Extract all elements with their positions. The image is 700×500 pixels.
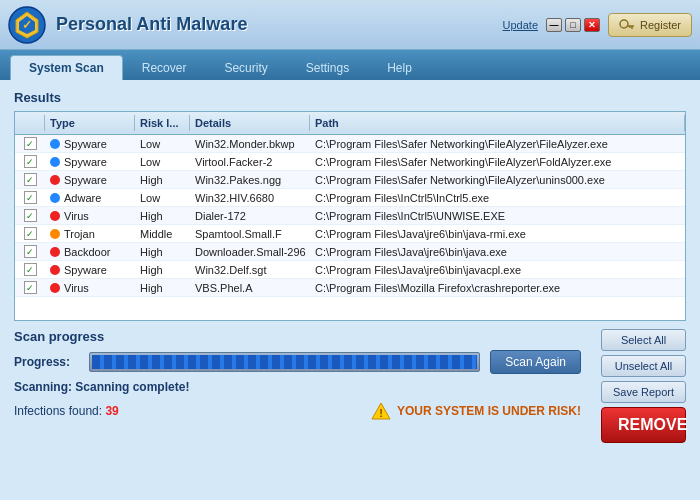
risk-dot-5 <box>50 229 60 239</box>
tab-security[interactable]: Security <box>205 55 286 80</box>
row-risk-4: High <box>135 207 190 224</box>
remove-button[interactable]: REMOVE <box>601 407 686 443</box>
checkbox-2[interactable]: ✓ <box>24 173 37 186</box>
close-button[interactable]: ✕ <box>584 18 600 32</box>
checkbox-0[interactable]: ✓ <box>24 137 37 150</box>
row-check-4[interactable]: ✓ <box>15 207 45 224</box>
row-details-2: Win32.Pakes.ngg <box>190 171 310 188</box>
row-details-0: Win32.Monder.bkwp <box>190 135 310 152</box>
nav-tabs: System Scan Recover Security Settings He… <box>0 50 700 80</box>
checkbox-5[interactable]: ✓ <box>24 227 37 240</box>
results-title: Results <box>14 90 686 105</box>
row-risk-3: Low <box>135 189 190 206</box>
risk-dot-7 <box>50 265 60 275</box>
col-risk: Risk l... <box>135 115 190 131</box>
checkbox-6[interactable]: ✓ <box>24 245 37 258</box>
row-type-7: Spyware <box>45 261 135 278</box>
table-row: ✓ Trojan Middle Spamtool.Small.F C:\Prog… <box>15 225 685 243</box>
scanning-status: Scanning complete! <box>75 380 189 394</box>
svg-text:!: ! <box>379 407 383 419</box>
row-type-1: Spyware <box>45 153 135 170</box>
row-type-4: Virus <box>45 207 135 224</box>
svg-text:✓: ✓ <box>22 18 32 32</box>
row-risk-6: High <box>135 243 190 260</box>
register-button[interactable]: Register <box>608 13 692 37</box>
col-check <box>15 115 45 131</box>
row-type-8: Virus <box>45 279 135 296</box>
scan-progress-title: Scan progress <box>14 329 581 344</box>
checkbox-1[interactable]: ✓ <box>24 155 37 168</box>
risk-message: YOUR SYSTEM IS UNDER RISK! <box>397 404 581 418</box>
save-report-button[interactable]: Save Report <box>601 381 686 403</box>
tab-help[interactable]: Help <box>368 55 431 80</box>
row-path-7: C:\Program Files\Java\jre6\bin\javacpl.e… <box>310 261 685 278</box>
table-row: ✓ Virus High Dialer-172 C:\Program Files… <box>15 207 685 225</box>
bottom-row: Infections found: 39 ! YOUR SYSTEM IS UN… <box>14 402 581 420</box>
scanning-label: Scanning: <box>14 380 72 394</box>
table-body: ✓ Spyware Low Win32.Monder.bkwp C:\Progr… <box>15 135 685 319</box>
table-row: ✓ Spyware Low Virtool.Facker-2 C:\Progra… <box>15 153 685 171</box>
risk-dot-6 <box>50 247 60 257</box>
app-logo: ✓ <box>8 6 46 44</box>
scanning-text: Scanning: Scanning complete! <box>14 380 581 394</box>
risk-dot-8 <box>50 283 60 293</box>
minimize-button[interactable]: — <box>546 18 562 32</box>
scan-again-button[interactable]: Scan Again <box>490 350 581 374</box>
row-risk-2: High <box>135 171 190 188</box>
select-all-button[interactable]: Select All <box>601 329 686 351</box>
row-details-4: Dialer-172 <box>190 207 310 224</box>
row-path-5: C:\Program Files\Java\jre6\bin\java-rmi.… <box>310 225 685 242</box>
risk-dot-3 <box>50 193 60 203</box>
row-path-4: C:\Program Files\InCtrl5\UNWISE.EXE <box>310 207 685 224</box>
infections-info: Infections found: 39 <box>14 404 119 418</box>
scan-progress-section: Scan progress Progress: Scan Again Scann… <box>14 329 581 394</box>
register-label: Register <box>640 19 681 31</box>
row-check-0[interactable]: ✓ <box>15 135 45 152</box>
tab-recover[interactable]: Recover <box>123 55 206 80</box>
row-check-8[interactable]: ✓ <box>15 279 45 296</box>
progress-label: Progress: <box>14 355 79 369</box>
checkbox-3[interactable]: ✓ <box>24 191 37 204</box>
key-icon <box>619 18 635 32</box>
risk-warning: ! YOUR SYSTEM IS UNDER RISK! <box>371 402 581 420</box>
tab-settings[interactable]: Settings <box>287 55 368 80</box>
lower-section: Scan progress Progress: Scan Again Scann… <box>14 321 686 443</box>
warning-icon: ! <box>371 402 391 420</box>
row-check-3[interactable]: ✓ <box>15 189 45 206</box>
checkbox-4[interactable]: ✓ <box>24 209 37 222</box>
row-check-7[interactable]: ✓ <box>15 261 45 278</box>
title-bar-right: Update — □ ✕ Register <box>503 13 692 37</box>
title-bar-left: ✓ Personal Anti Malware <box>8 6 247 44</box>
row-check-1[interactable]: ✓ <box>15 153 45 170</box>
update-link[interactable]: Update <box>503 19 538 31</box>
infections-label: Infections found: <box>14 404 102 418</box>
maximize-button[interactable]: □ <box>565 18 581 32</box>
svg-point-4 <box>620 20 628 28</box>
row-details-5: Spamtool.Small.F <box>190 225 310 242</box>
progress-bar-container: Progress: Scan Again <box>14 350 581 374</box>
table-row: ✓ Adware Low Win32.HIV.6680 C:\Program F… <box>15 189 685 207</box>
infections-count: 39 <box>105 404 118 418</box>
unselect-all-button[interactable]: Unselect All <box>601 355 686 377</box>
row-check-5[interactable]: ✓ <box>15 225 45 242</box>
table-header: Type Risk l... Details Path <box>15 112 685 135</box>
main-content: Results Type Risk l... Details Path ✓ Sp… <box>0 80 700 500</box>
table-row: ✓ Spyware Low Win32.Monder.bkwp C:\Progr… <box>15 135 685 153</box>
row-path-1: C:\Program Files\Safer Networking\FileAl… <box>310 153 685 170</box>
row-path-2: C:\Program Files\Safer Networking\FileAl… <box>310 171 685 188</box>
checkbox-8[interactable]: ✓ <box>24 281 37 294</box>
row-risk-5: Middle <box>135 225 190 242</box>
row-risk-1: Low <box>135 153 190 170</box>
row-risk-8: High <box>135 279 190 296</box>
tab-system-scan[interactable]: System Scan <box>10 55 123 80</box>
row-type-0: Spyware <box>45 135 135 152</box>
checkbox-7[interactable]: ✓ <box>24 263 37 276</box>
table-row: ✓ Spyware High Win32.Pakes.ngg C:\Progra… <box>15 171 685 189</box>
row-check-6[interactable]: ✓ <box>15 243 45 260</box>
col-path: Path <box>310 115 685 131</box>
table-row: ✓ Virus High VBS.Phel.A C:\Program Files… <box>15 279 685 297</box>
row-check-2[interactable]: ✓ <box>15 171 45 188</box>
progress-bar-outer <box>89 352 480 372</box>
row-details-8: VBS.Phel.A <box>190 279 310 296</box>
risk-dot-2 <box>50 175 60 185</box>
